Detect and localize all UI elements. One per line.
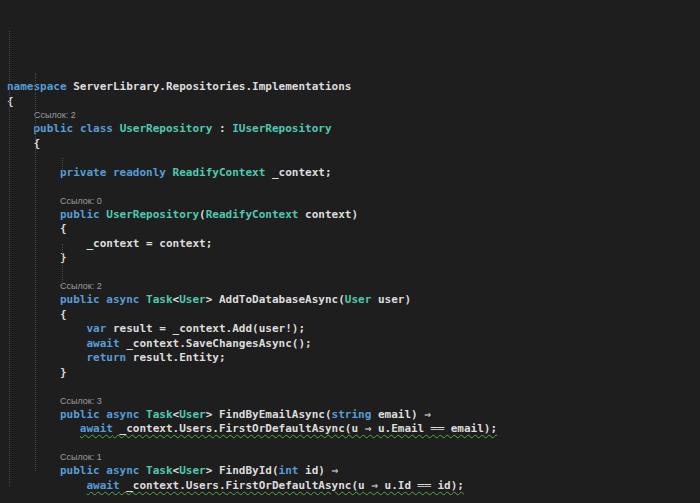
code-token: private [60,166,106,179]
code-token: { [7,222,67,235]
code-line-blank[interactable] [7,380,700,395]
code-token: public [60,464,100,477]
code-token: UserRepository [106,208,199,221]
code-token [106,166,113,179]
codelens-references[interactable]: Ссылок: 2 [7,280,700,293]
code-token [7,122,34,135]
code-line-blank[interactable] [7,437,700,452]
code-token: ReadifyContext [206,208,299,221]
code-token: > AddToDatabaseAsync( [206,293,345,306]
code-token: int [279,464,299,477]
code-line-blank[interactable] [7,180,700,195]
code-token: _context = context; [7,237,212,250]
code-token [7,464,60,477]
code-token: _context; [265,166,331,179]
code-token: public [60,408,100,421]
code-token: IUserRepository [232,122,331,135]
code-line[interactable]: _context = context; [7,237,700,252]
code-token: _context.Users.FirstOrDefaultAsync(u ⇒ u… [113,422,497,435]
code-token: UserRepository [120,122,213,135]
code-token [113,122,120,135]
code-token: result.Entity; [126,351,225,364]
code-token: User [179,464,206,477]
code-token: readonly [113,166,166,179]
code-token: id) ⇒ [298,464,338,477]
code-line[interactable]: { [7,137,700,152]
code-token: await [80,422,113,435]
code-line[interactable]: { [7,308,700,323]
code-line[interactable]: public async Task<User> AddToDatabaseAsy… [7,293,700,308]
code-token [7,337,86,350]
codelens-references[interactable]: Ссылок: 2 [7,109,700,122]
code-token: public [60,293,100,306]
code-line[interactable]: await _context.Users.FirstOrDefaultAsync… [7,479,700,494]
code-line[interactable]: await _context.Users.FirstOrDefaultAsync… [7,422,700,437]
code-token: : [212,122,232,135]
code-token: class [80,122,113,135]
code-line[interactable]: public async Task<User> FindByEmailAsync… [7,408,700,423]
code-token: ServerLibrary.Repositories.Implementatio… [67,80,352,93]
code-line[interactable]: { [7,95,700,110]
code-line[interactable]: namespace ServerLibrary.Repositories.Imp… [7,80,700,95]
code-token: ReadifyContext [173,166,266,179]
code-token: } [7,251,67,264]
code-line[interactable]: public UserRepository(ReadifyContext con… [7,208,700,223]
code-editor[interactable]: namespace ServerLibrary.Repositories.Imp… [0,0,700,503]
code-token [7,479,86,492]
code-token: string [332,408,372,421]
code-line[interactable]: private readonly ReadifyContext _context… [7,166,700,181]
code-token: User [179,408,206,421]
code-token: User [179,293,206,306]
code-token: namespace [7,80,67,93]
code-token [7,208,60,221]
code-token: user) [371,293,411,306]
code-token: return [86,351,126,364]
code-line[interactable]: } [7,251,700,266]
code-token: await [86,337,119,350]
code-line[interactable]: var result = _context.Add(user!); [7,322,700,337]
code-line-blank[interactable] [7,493,700,503]
code-token: { [7,95,14,108]
code-line[interactable]: } [7,366,700,381]
codelens-references[interactable]: Ссылок: 1 [7,451,700,464]
code-token: async [106,293,139,306]
code-token: var [86,322,106,335]
code-token: async [106,408,139,421]
code-token: Task [146,408,173,421]
code-token: result = _context.Add(user!); [106,322,305,335]
code-line-blank[interactable] [7,266,700,281]
code-token: public [60,208,100,221]
code-line[interactable]: return result.Entity; [7,351,700,366]
code-token: ( [199,208,206,221]
code-token [166,166,173,179]
code-token: Task [146,464,173,477]
code-line[interactable]: public async Task<User> FindById(int id)… [7,464,700,479]
code-token [7,422,80,435]
code-token [7,293,60,306]
code-token: User [345,293,372,306]
code-token: await [86,479,119,492]
code-token [73,122,80,135]
code-token: email) ⇒ [371,408,431,421]
code-line-blank[interactable] [7,151,700,166]
code-token: > FindByEmailAsync( [206,408,332,421]
code-line[interactable]: await _context.SaveChangesAsync(); [7,337,700,352]
code-line[interactable]: { [7,222,700,237]
code-token [7,408,60,421]
codelens-references[interactable]: Ссылок: 0 [7,195,700,208]
code-token: context) [298,208,358,221]
code-token: Task [146,293,173,306]
code-lines: namespace ServerLibrary.Repositories.Imp… [7,80,700,503]
code-token [7,322,86,335]
code-token: async [106,464,139,477]
code-token: public [34,122,74,135]
code-token: { [7,137,40,150]
code-token: { [7,308,67,321]
code-token: > FindById( [206,464,279,477]
code-token: _context.SaveChangesAsync(); [120,337,312,350]
code-line[interactable]: public class UserRepository : IUserRepos… [7,122,700,137]
code-token [7,166,60,179]
code-token: } [7,366,67,379]
code-token [7,351,86,364]
codelens-references[interactable]: Ссылок: 3 [7,395,700,408]
